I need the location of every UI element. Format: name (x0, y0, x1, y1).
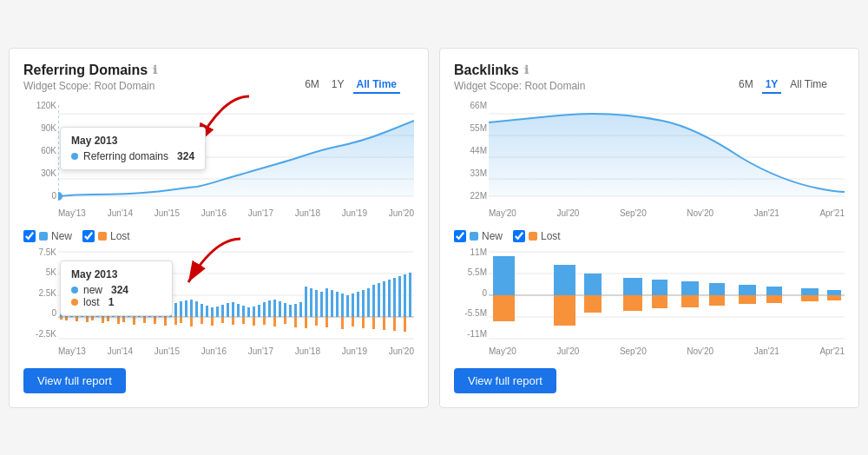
svg-rect-73 (253, 317, 255, 326)
left-lost-label: Lost (110, 230, 130, 242)
right-line-y-axis: 66M55M44M33M22M (454, 101, 487, 201)
svg-rect-42 (148, 307, 151, 317)
svg-rect-113 (393, 317, 396, 331)
svg-rect-63 (221, 305, 224, 317)
referring-domains-card: Referring Domains ℹ Widget Scope: Root D… (9, 48, 429, 408)
svg-rect-56 (195, 301, 198, 317)
svg-rect-51 (180, 301, 182, 317)
svg-rect-103 (362, 290, 365, 317)
left-new-checkbox[interactable] (23, 230, 36, 242)
svg-rect-143 (709, 295, 725, 306)
left-line-y-axis: 120K90K60K30K0 (23, 101, 56, 201)
svg-point-5 (58, 192, 62, 201)
svg-rect-53 (185, 300, 187, 317)
svg-rect-64 (221, 317, 224, 323)
svg-rect-96 (336, 292, 339, 317)
svg-rect-95 (331, 290, 333, 317)
svg-rect-40 (143, 304, 146, 317)
svg-rect-70 (242, 317, 245, 324)
svg-rect-90 (315, 290, 318, 317)
svg-rect-150 (827, 290, 841, 295)
svg-rect-49 (174, 303, 177, 317)
svg-rect-117 (409, 273, 411, 317)
right-legend-lost: Lost (513, 230, 561, 242)
svg-rect-66 (232, 302, 234, 317)
svg-rect-88 (305, 317, 307, 328)
svg-rect-37 (133, 300, 135, 317)
right-tab-alltime[interactable]: All Time (786, 76, 831, 94)
right-legend: New Lost (454, 230, 845, 242)
right-new-checkbox[interactable] (454, 230, 466, 242)
svg-rect-97 (341, 293, 344, 317)
svg-rect-27 (102, 308, 104, 317)
svg-rect-59 (206, 306, 208, 317)
left-legend: New Lost (23, 230, 414, 242)
left-bar-chart-inner: May 2013 new 324 lost 1 (58, 247, 414, 343)
left-view-report-button[interactable]: View full report (23, 368, 126, 393)
right-tab-6m[interactable]: 6M (735, 76, 757, 94)
svg-rect-18 (70, 304, 73, 317)
right-bar-chart-area: 11M5.5M0-5.5M-11M (454, 247, 845, 356)
svg-rect-141 (681, 295, 699, 307)
svg-rect-86 (299, 302, 302, 317)
svg-rect-16 (65, 302, 68, 317)
backlinks-card: Backlinks ℹ Widget Scope: Root Domain 6M… (439, 48, 859, 408)
svg-rect-15 (60, 317, 62, 320)
left-time-tabs: 6M 1Y All Time (301, 76, 400, 94)
svg-rect-21 (81, 307, 83, 317)
svg-rect-41 (143, 317, 146, 323)
svg-rect-136 (623, 278, 642, 295)
svg-rect-30 (107, 317, 109, 321)
svg-rect-111 (388, 280, 391, 317)
left-lost-checkbox[interactable] (82, 230, 95, 242)
right-bar-svg (489, 247, 845, 343)
svg-rect-135 (584, 295, 602, 313)
svg-rect-130 (493, 256, 515, 295)
right-title-text: Backlinks (454, 63, 519, 78)
right-time-tabs: 6M 1Y All Time (735, 76, 831, 94)
left-tab-alltime[interactable]: All Time (353, 76, 400, 94)
left-bar-x-axis: May'13Jun'14Jun'15Jun'16Jun'17Jun'18Jun'… (58, 346, 414, 356)
svg-rect-55 (190, 317, 193, 326)
svg-rect-114 (398, 276, 401, 317)
left-tab-1y[interactable]: 1Y (328, 76, 348, 94)
svg-rect-93 (326, 288, 328, 317)
right-bar-x-axis: May'20Jul'20Sep'20Nov'20Jan'21Apr'21 (489, 346, 845, 356)
svg-rect-48 (169, 305, 172, 317)
svg-rect-71 (247, 307, 250, 317)
svg-rect-149 (801, 295, 819, 301)
svg-rect-60 (211, 307, 214, 317)
right-view-report-button[interactable]: View full report (454, 368, 556, 393)
svg-rect-57 (201, 304, 203, 317)
svg-rect-112 (393, 278, 396, 317)
right-lost-checkbox[interactable] (513, 230, 525, 242)
svg-rect-19 (76, 306, 78, 317)
left-bar-y-axis: 7.5K5K2.5K0-2.5K (23, 247, 56, 339)
right-tab-1y[interactable]: 1Y (762, 76, 782, 94)
svg-rect-39 (138, 301, 141, 317)
right-legend-new: New (454, 230, 503, 242)
svg-rect-14 (60, 300, 62, 317)
svg-rect-65 (227, 303, 229, 317)
right-line-chart-inner (489, 101, 845, 205)
svg-rect-84 (294, 304, 297, 317)
svg-rect-142 (709, 283, 725, 295)
svg-rect-94 (326, 317, 328, 327)
svg-rect-68 (237, 304, 240, 317)
svg-rect-131 (493, 295, 515, 321)
svg-rect-140 (681, 281, 699, 295)
svg-rect-80 (279, 301, 281, 317)
svg-rect-34 (122, 302, 125, 317)
svg-rect-139 (652, 295, 667, 308)
svg-rect-58 (201, 317, 203, 324)
svg-rect-79 (273, 317, 276, 326)
svg-rect-100 (352, 293, 354, 317)
right-line-chart-area: 66M55M44M33M22M (454, 101, 845, 218)
right-info-icon[interactable]: ℹ (524, 63, 529, 76)
svg-rect-151 (827, 295, 841, 300)
left-legend-lost: Lost (82, 230, 130, 242)
left-info-icon[interactable]: ℹ (153, 63, 157, 76)
left-line-svg (58, 101, 414, 205)
svg-rect-24 (91, 309, 94, 317)
left-tab-6m[interactable]: 6M (301, 76, 323, 94)
